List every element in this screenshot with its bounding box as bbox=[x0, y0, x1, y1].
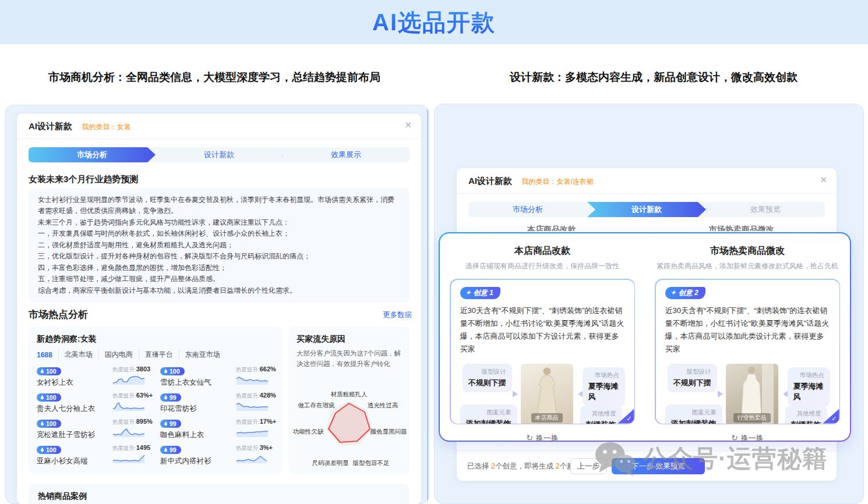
idea-selection-callout: 本店商品改款 选择店铺现有商品进行升级改造，保持品牌一致性 ✦创意 1 近30天… bbox=[439, 232, 851, 442]
flame-icon bbox=[164, 395, 168, 400]
tab-design-new[interactable]: 设计新款 bbox=[156, 147, 283, 162]
idea-card-2[interactable]: ✦创意 2 近30天含有“不规则下摆”、“刺绣装饰”的连衣裙销量不断增加，小红书… bbox=[655, 279, 840, 424]
tab-market-analysis[interactable]: 市场分析 bbox=[29, 147, 156, 162]
trend-paragraph: 五，注重细节处理，减少做工瑕疵，提升产品整体品质感。 bbox=[38, 274, 400, 285]
trend-paragraph: 未来三个月，鉴于趋势词指向多元化风格与功能性诉求，建议商家注重以下几点： bbox=[38, 217, 400, 228]
heat-score-badge: 100 bbox=[37, 367, 61, 375]
insight-card-title: 新趋势洞察:女装 bbox=[37, 334, 274, 345]
wechat-icon bbox=[593, 439, 637, 478]
heat-delta: 热度提升:428% bbox=[236, 392, 274, 400]
hot-cases-section: 热销商品案例 bbox=[29, 484, 410, 504]
sparkle-icon: ✦ bbox=[465, 289, 471, 297]
trend-item[interactable]: 99 咖色麻料上衣 热度提升:17%+ bbox=[160, 418, 274, 440]
hot-cases-title: 热销商品案例 bbox=[38, 491, 400, 502]
left-category-label: 我的类目：女装 bbox=[82, 122, 130, 132]
trend-item-name: 雪纺上衣女仙气 bbox=[160, 378, 211, 388]
more-data-link[interactable]: 更多数据 bbox=[383, 310, 412, 320]
idea-badge: ✦创意 2 bbox=[665, 287, 705, 299]
close-icon[interactable]: ✕ bbox=[820, 175, 827, 185]
right-category-label: 我的类目：女装/连衣裙 bbox=[521, 177, 593, 187]
heat-score-badge: 99 bbox=[160, 446, 181, 454]
trend-paragraph: 二，强化材质舒适度与耐用性，避免材质粗糙扎人及透光问题； bbox=[38, 240, 400, 251]
trend-item-name: 亚麻小衫女高端 bbox=[37, 456, 88, 466]
tab-result-preview[interactable]: 效果预览 bbox=[706, 202, 825, 217]
market-product-image: 行业热卖品 bbox=[726, 364, 778, 424]
sparkline-chart bbox=[236, 427, 269, 438]
flame-icon bbox=[164, 421, 168, 426]
trend-paragraph: 三，优化版型设计，提升对各种身材的包容性，解决版型不合身与尺码标识混乱的痛点； bbox=[38, 251, 400, 262]
market-tweak-title: 市场热卖商品微改 bbox=[653, 245, 842, 257]
radar-label: 尺码误差明显 bbox=[312, 459, 349, 467]
sparkline-chart bbox=[236, 453, 269, 464]
intro-left: 市场商机分析：全网品类信息，大模型深度学习，总结趋势提前布局 bbox=[10, 70, 418, 85]
right-window-header: AI设计新款 我的类目：女装/连衣裙 ✕ bbox=[457, 168, 837, 194]
idea-selection-inner: 本店商品改款 选择店铺现有商品进行升级改造，保持品牌一致性 ✦创意 1 近30天… bbox=[440, 233, 850, 441]
chevron-right-icon: › bbox=[705, 203, 708, 216]
tag-pattern-element: 图案元素添加刺绣装饰 bbox=[665, 404, 722, 424]
trend-item[interactable]: 100 亚麻小衫女高端 热度提升:1495 bbox=[37, 444, 151, 466]
left-window: AI设计新款 我的类目：女装 ✕ 市场分析 设计新款 效果展示 › 女装未来3个… bbox=[17, 113, 421, 504]
heat-delta: 热度提升:3%+ bbox=[236, 444, 274, 452]
heat-delta: 热度提升:662% bbox=[236, 365, 274, 374]
refresh-icon: ↻ bbox=[526, 433, 533, 442]
arrow-left-icon bbox=[779, 391, 788, 397]
idea-card-1[interactable]: ✦创意 1 近30天含有“不规则下摆”、“刺绣装饰”的连衣裙销量不断增加，小红书… bbox=[450, 279, 635, 424]
insight-source-tabs: 1688 北美市场 国内电商 直播平台 东南亚市场 bbox=[37, 350, 274, 360]
image-label: 行业热卖品 bbox=[733, 413, 771, 423]
trend-item-name: 女衬衫上衣 bbox=[37, 378, 73, 388]
intro-right: 设计新款：多模态内容生成，新品创意设计，微改高效创款 bbox=[461, 70, 846, 85]
flame-icon bbox=[40, 395, 44, 400]
idea-tag-area: 版型设计不规则下摆 图案元素添加刺绣装饰 bbox=[665, 363, 830, 424]
shop-restyle-column: 本店商品改款 选择店铺现有商品进行升级改造，保持品牌一致性 ✦创意 1 近30天… bbox=[440, 233, 645, 441]
sparkline-chart bbox=[112, 453, 145, 464]
arrow-right-icon bbox=[513, 391, 521, 397]
trend-item[interactable]: 100 贵夫人七分袖上衣 热度提升:63%+ bbox=[37, 392, 151, 414]
source-tab-north-america[interactable]: 北美市场 bbox=[58, 350, 93, 360]
buyer-churn-card: 买家流失原因 大部分客户流失因为这7个问题，解决这些问题，有效提升客户转化 材质… bbox=[288, 326, 410, 474]
left-window-header: AI设计新款 我的类目：女装 ✕ bbox=[17, 113, 421, 139]
sparkle-icon: ✦ bbox=[671, 289, 676, 297]
clipped-card-titles: 本店商品改款 市场热卖商品微改 bbox=[457, 225, 837, 231]
left-window-title: AI设计新款 bbox=[29, 121, 72, 132]
trend-item[interactable]: 99 新中式内搭衬衫 热度提升:3%+ bbox=[160, 444, 274, 466]
hotspot-section-title: 市场热点分析 bbox=[29, 308, 88, 321]
trend-item[interactable]: 100 宽松遮肚子雪纺衫 热度提升:895% bbox=[37, 418, 151, 440]
market-tweak-column: 市场热卖商品微改 紧跟热卖商品风格，添加新鲜元素修改款式风格，抢占先机 ✦创意 … bbox=[645, 233, 850, 441]
churn-card-desc: 大部分客户流失因为这7个问题，解决这些问题，有效提升客户转化 bbox=[297, 349, 401, 370]
tag-other-dimension: 其他维度刺绣装饰 bbox=[785, 406, 827, 424]
source-tab-1688[interactable]: 1688 bbox=[37, 351, 52, 359]
watermark-text: 公众号·运营秘籍 bbox=[643, 442, 827, 475]
source-tab-sea[interactable]: 东南亚市场 bbox=[179, 350, 220, 360]
shop-restyle-title: 本店商品改款 bbox=[448, 245, 637, 257]
trend-paragraph: 一，开发兼具保暖与时尚的秋冬款式，如长袖休闲衬衫、设计感小众的长袖上衣； bbox=[38, 228, 400, 239]
heat-score-badge: 100 bbox=[37, 393, 61, 402]
close-icon[interactable]: ✕ bbox=[404, 120, 412, 130]
left-step-tabs: 市场分析 设计新款 效果展示 › bbox=[29, 147, 410, 162]
sparkline-chart bbox=[112, 401, 145, 411]
check-icon: ✓ bbox=[626, 415, 631, 423]
radar-label: 版型包容不足 bbox=[353, 459, 390, 467]
trend-paragraph: 四，丰富色彩选择，避免颜色显黑的困扰，增加色彩适配性； bbox=[38, 262, 400, 274]
trend-item[interactable]: 99 印花雪纺衫 热度提升:428% bbox=[160, 392, 274, 414]
churn-card-title: 买家流失原因 bbox=[297, 334, 401, 345]
source-tab-live[interactable]: 直播平台 bbox=[139, 350, 173, 360]
radar-label: 透光性过高 bbox=[368, 402, 398, 410]
market-tweak-subtitle: 紧跟热卖商品风格，添加新鲜元素修改款式风格，抢占先机 bbox=[653, 261, 842, 271]
tab-market-analysis[interactable]: 市场分析 bbox=[468, 202, 587, 217]
heat-delta: 热度提升:17%+ bbox=[236, 418, 274, 426]
tab-result-show[interactable]: 效果展示 bbox=[283, 147, 410, 162]
sparkline-chart bbox=[112, 375, 145, 385]
sparkline-chart bbox=[236, 401, 269, 411]
source-tab-domestic[interactable]: 国内电商 bbox=[98, 350, 133, 360]
trend-item[interactable]: 100 女衬衫上衣 热度提升:3803 bbox=[37, 365, 151, 388]
sparkline-chart bbox=[112, 427, 145, 438]
image-label: 本店商品 bbox=[531, 413, 563, 423]
heat-delta: 热度提升:895% bbox=[112, 418, 151, 426]
tab-design-new[interactable]: 设计新款 bbox=[587, 202, 706, 217]
scrollbar[interactable] bbox=[427, 109, 428, 501]
trend-item-name: 咖色麻料上衣 bbox=[160, 430, 204, 440]
heat-score-badge: 100 bbox=[37, 420, 61, 428]
flame-icon bbox=[164, 447, 168, 452]
trend-item[interactable]: 100 雪纺上衣女仙气 热度提升:662% bbox=[160, 365, 274, 388]
shop-restyle-subtitle: 选择店铺现有商品进行升级改造，保持品牌一致性 bbox=[448, 261, 637, 271]
